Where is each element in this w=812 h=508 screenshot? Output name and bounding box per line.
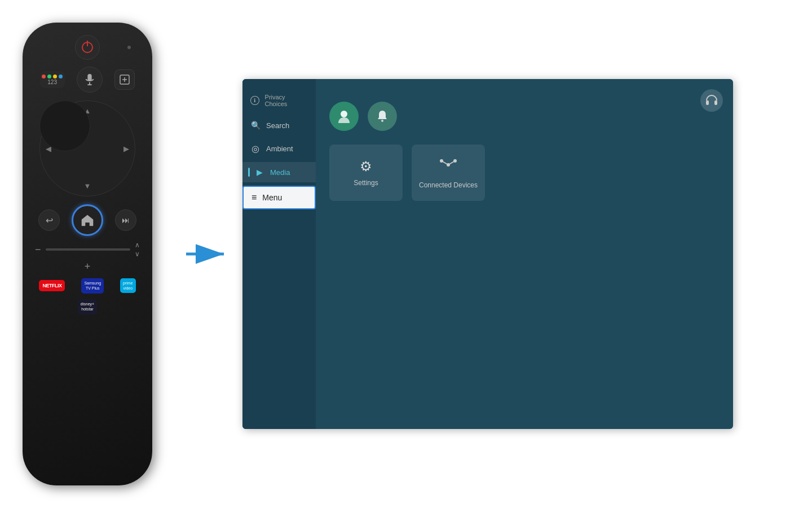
sidebar-item-menu[interactable]: ≡ Menu: [242, 186, 316, 209]
samsung-tvplus-button[interactable]: SamsungTV Plus: [81, 278, 104, 294]
settings-gear-icon: ⚙: [360, 159, 372, 174]
add-button[interactable]: [114, 69, 135, 90]
prime-label: primevideo: [123, 281, 133, 290]
disney-button[interactable]: disney+hotstar: [78, 299, 97, 314]
user-avatars-row: [329, 102, 720, 131]
media-active-indicator: [248, 168, 250, 177]
search-icon: 🔍: [250, 121, 261, 130]
microphone-dot: [127, 46, 131, 49]
channel-arrows: ∧ ∨: [135, 242, 140, 257]
media-skip-icon: ⏭: [122, 216, 130, 225]
home-button[interactable]: [72, 204, 103, 236]
netflix-button[interactable]: NETFLIX: [39, 280, 65, 291]
sidebar-item-media[interactable]: ▶ Media: [242, 162, 316, 182]
tv-main-content: ⚙ Settings Connected Devices: [316, 79, 733, 429]
prime-video-button[interactable]: primevideo: [120, 278, 136, 293]
back-button[interactable]: ↩: [38, 209, 60, 231]
headphone-icon: [705, 95, 718, 106]
menu-icon: ≡: [251, 192, 257, 203]
svg-rect-9: [714, 100, 717, 105]
connected-devices-label: Connected Devices: [419, 181, 478, 189]
volume-plus-row: +: [23, 261, 152, 273]
tv-screen: ℹ Privacy Choices 🔍 Search ◎ Ambient ▶ M…: [242, 79, 733, 429]
dot-yellow: [53, 75, 57, 78]
remote-nav-row: ↩ ⏭: [23, 204, 152, 236]
microphone-icon: [85, 73, 95, 86]
dot-red: [42, 75, 46, 78]
volume-minus-button[interactable]: −: [35, 244, 41, 256]
connected-devices-icon: [438, 156, 458, 177]
privacy-icon: ℹ: [250, 96, 259, 105]
headphone-button[interactable]: [700, 89, 723, 112]
plus-rectangle-icon: [119, 74, 130, 85]
settings-card-label: Settings: [354, 179, 378, 187]
svg-rect-8: [706, 100, 709, 105]
tv-screen-wrapper: ℹ Privacy Choices 🔍 Search ◎ Ambient ▶ M…: [242, 11, 812, 497]
svg-point-10: [341, 111, 347, 117]
remote-top-row: [23, 34, 152, 61]
connected-devices-card[interactable]: Connected Devices: [412, 144, 485, 201]
svg-line-15: [442, 161, 448, 165]
remote-wrapper: 123: [0, 11, 175, 497]
nav-circle[interactable]: ▲ ▼ ◀ ▶: [39, 100, 135, 196]
samsung-label: SamsungTV Plus: [84, 281, 101, 290]
sidebar-ambient-label: Ambient: [266, 144, 293, 153]
dot-blue: [59, 75, 63, 78]
media-icon: ▶: [254, 168, 264, 177]
ambient-icon: ◎: [250, 143, 261, 154]
remote-mic-numpad-row: 123: [23, 67, 152, 93]
power-button[interactable]: [75, 35, 100, 60]
volume-row: − ∧ ∨: [23, 242, 152, 257]
nav-center-button[interactable]: [39, 100, 90, 151]
power-icon: [82, 42, 93, 53]
numpad-button[interactable]: 123: [40, 71, 65, 88]
settings-cards-row: ⚙ Settings Connected Devices: [329, 144, 720, 201]
svg-line-16: [448, 161, 455, 165]
sidebar-item-ambient[interactable]: ◎ Ambient: [242, 138, 316, 160]
notification-avatar[interactable]: [368, 102, 397, 131]
media-button[interactable]: ⏭: [115, 209, 136, 231]
sidebar-item-privacy[interactable]: ℹ Privacy Choices: [242, 88, 316, 113]
microphone-button[interactable]: [77, 67, 103, 93]
streaming-apps-row: NETFLIX SamsungTV Plus primevideo: [23, 278, 152, 294]
home-icon: [81, 214, 94, 226]
notification-bell-icon: [375, 109, 390, 124]
sidebar-search-label: Search: [266, 121, 289, 130]
disney-row: disney+hotstar: [23, 299, 152, 314]
color-dots: [42, 75, 63, 78]
arrow-section: [175, 237, 242, 271]
channel-up-button[interactable]: ∧: [135, 242, 140, 248]
right-arrow-icon: [183, 237, 234, 271]
nav-right[interactable]: ▶: [123, 144, 129, 153]
tv-sidebar: ℹ Privacy Choices 🔍 Search ◎ Ambient ▶ M…: [242, 79, 316, 429]
user-profile-icon: [336, 108, 352, 124]
sidebar-menu-label: Menu: [262, 193, 282, 202]
remote: 123: [23, 23, 152, 485]
dot-green: [47, 75, 51, 78]
channel-down-button[interactable]: ∨: [135, 251, 140, 257]
numpad-label: 123: [47, 79, 57, 85]
sidebar-privacy-label: Privacy Choices: [265, 94, 308, 107]
user-avatar[interactable]: [329, 102, 359, 131]
nav-down[interactable]: ▼: [84, 182, 91, 190]
back-icon: ↩: [46, 215, 53, 226]
volume-plus-button[interactable]: +: [85, 261, 91, 273]
sidebar-item-search[interactable]: 🔍 Search: [242, 115, 316, 135]
settings-card[interactable]: ⚙ Settings: [329, 144, 403, 201]
svg-point-11: [381, 120, 383, 122]
volume-slider[interactable]: [46, 248, 130, 251]
disney-label: disney+hotstar: [81, 302, 94, 311]
sidebar-media-label: Media: [270, 168, 290, 177]
